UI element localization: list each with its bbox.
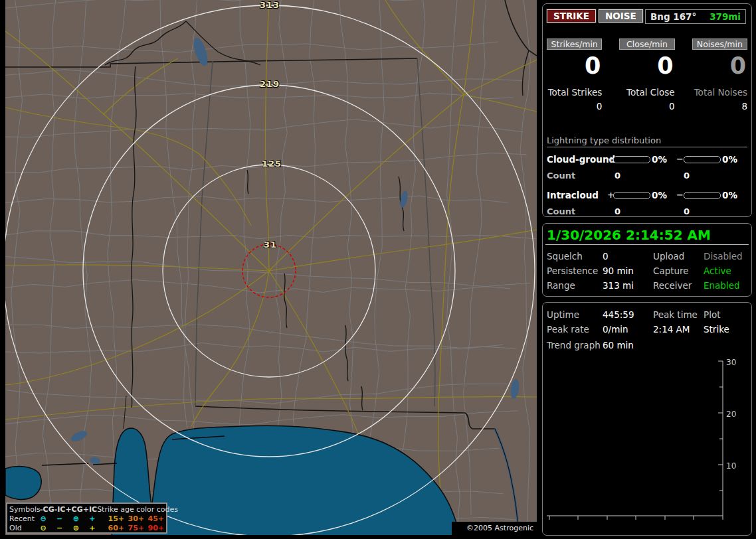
upload-label: Upload bbox=[653, 251, 704, 262]
neg-cg-recent-icon: ⊖ bbox=[35, 514, 52, 523]
age-75: 75+ bbox=[124, 524, 144, 532]
range-value: 313 mi bbox=[603, 280, 653, 291]
trend-graph: 30 20 10 60 50 40 30 20 10 0 min bbox=[543, 360, 751, 535]
upload-status: Disabled bbox=[704, 251, 751, 262]
ic-count-label: Count bbox=[547, 206, 575, 216]
current-datetime: 1/30/2026 2:14:52 AM bbox=[543, 224, 751, 244]
legend-col-pos-ic: +IC bbox=[83, 505, 97, 514]
map-legend: Symbols -CG -IC +CG +IC Strike age color… bbox=[6, 502, 167, 534]
y-tick-20: 20 bbox=[726, 410, 736, 419]
plot-label: Plot bbox=[704, 309, 751, 320]
total-close-value: 0 bbox=[619, 101, 674, 112]
ring-label-219: 219 bbox=[260, 79, 280, 89]
ic-minus-bar bbox=[684, 192, 721, 199]
range-label: Range bbox=[547, 280, 603, 291]
legend-recent-row: Recent ⊖ − ⊕ + 15+ 30+ 45+ bbox=[7, 514, 166, 523]
radar-map: 313 219 125 31 Symbols -CG -IC +CG +IC S… bbox=[5, 0, 537, 535]
trend-graph-label: Trend graph bbox=[547, 340, 603, 350]
peak-rate-value: 0/min bbox=[603, 324, 653, 335]
minus-sign: − bbox=[676, 190, 684, 200]
persistence-value: 90 min bbox=[603, 266, 653, 276]
age-60: 60+ bbox=[104, 524, 124, 532]
ic-minus-pct: 0% bbox=[722, 190, 737, 200]
squelch-value: 0 bbox=[603, 251, 653, 262]
legend-age-title: Strike age color codes bbox=[97, 505, 178, 514]
total-close-label: Total Close bbox=[619, 87, 674, 98]
noise-mode-button[interactable]: NOISE bbox=[599, 9, 643, 23]
distribution-rule bbox=[547, 147, 747, 147]
distribution-title: Lightning type distribution bbox=[547, 134, 747, 145]
pos-cg-old-icon: ⊕ bbox=[68, 524, 84, 532]
cg-plus-bar bbox=[613, 156, 650, 163]
peak-rate-label: Peak rate bbox=[547, 324, 603, 335]
pos-ic-old-icon: + bbox=[84, 524, 101, 532]
age-45: 45+ bbox=[144, 514, 164, 523]
close-column: Close/min 0 Total Close 0 bbox=[619, 38, 674, 112]
noises-per-min-label: Noises/min bbox=[692, 38, 747, 50]
peak-time-label: Peak time bbox=[653, 309, 704, 320]
persistence-label: Persistence bbox=[547, 266, 603, 276]
pos-cg-recent-icon: ⊕ bbox=[68, 514, 84, 523]
total-noises-label: Total Noises bbox=[692, 87, 747, 98]
legend-old-label: Old bbox=[9, 524, 35, 532]
total-strikes-label: Total Strikes bbox=[547, 87, 602, 98]
intracloud-label: Intracloud bbox=[547, 190, 599, 200]
uptime-label: Uptime bbox=[547, 309, 603, 320]
legend-symbols-title: Symbols bbox=[9, 505, 40, 514]
cloud-ground-label: Cloud-ground bbox=[547, 154, 615, 165]
legend-col-neg-ic: -IC bbox=[54, 505, 66, 514]
close-per-min-label: Close/min bbox=[619, 38, 674, 50]
y-tick-10: 10 bbox=[726, 461, 736, 471]
neg-ic-recent-icon: − bbox=[51, 514, 68, 523]
receiver-status: Enabled bbox=[704, 280, 751, 291]
cg-plus-pct: 0% bbox=[652, 154, 667, 165]
age-15: 15+ bbox=[104, 514, 124, 523]
plot-value: Strike bbox=[704, 324, 751, 335]
strike-mode-button[interactable]: STRIKE bbox=[547, 9, 596, 23]
strikes-per-min-value: 0 bbox=[547, 52, 602, 79]
legend-col-pos-cg: +CG bbox=[65, 505, 82, 514]
bearing-distance: 379mi bbox=[709, 11, 741, 22]
ring-label-313: 313 bbox=[260, 0, 280, 10]
strikes-per-min-label: Strikes/min bbox=[547, 38, 602, 50]
legend-col-neg-cg: -CG bbox=[40, 505, 54, 514]
minus-sign: − bbox=[676, 154, 684, 164]
cg-count-label: Count bbox=[547, 171, 575, 181]
ring-label-31: 31 bbox=[264, 240, 277, 250]
ic-plus-bar bbox=[613, 192, 650, 199]
total-strikes-value: 0 bbox=[547, 101, 602, 112]
squelch-label: Squelch bbox=[547, 251, 603, 262]
legend-recent-label: Recent bbox=[9, 514, 35, 523]
legend-old-ages: 60+ 75+ 90+ bbox=[100, 524, 164, 532]
cg-minus-bar bbox=[684, 156, 721, 163]
session-panel: Uptime 445:59 Peak time Plot Peak rate 0… bbox=[542, 302, 752, 536]
ic-minus-count: 0 bbox=[684, 206, 690, 216]
uptime-value: 445:59 bbox=[603, 309, 653, 320]
cg-plus-count: 0 bbox=[614, 171, 620, 181]
status-panel: 1/30/2026 2:14:52 AM Squelch 0 Upload Di… bbox=[542, 223, 752, 297]
legend-old-row: Old ⊖ − ⊕ + 60+ 75+ 90+ bbox=[7, 523, 166, 532]
neg-ic-old-icon: − bbox=[51, 524, 68, 532]
close-per-min-value: 0 bbox=[619, 52, 674, 79]
noises-per-min-value: 0 bbox=[692, 52, 747, 79]
legend-recent-ages: 15+ 30+ 45+ bbox=[100, 514, 164, 523]
trend-graph-value: 60 min bbox=[603, 340, 653, 350]
cg-minus-pct: 0% bbox=[722, 154, 737, 165]
ic-plus-pct: 0% bbox=[652, 190, 667, 200]
intracloud-count-row: Count 0 0 bbox=[543, 206, 751, 216]
cg-minus-count: 0 bbox=[684, 171, 690, 181]
copyright-notice: ©2005 Astrogenic Systems bbox=[452, 522, 537, 535]
total-noises-value: 8 bbox=[692, 101, 747, 112]
ring-label-125: 125 bbox=[262, 159, 282, 169]
age-90: 90+ bbox=[144, 524, 164, 532]
age-30: 30+ bbox=[124, 514, 144, 523]
cloud-ground-row: Cloud-ground + 0% − 0% bbox=[543, 154, 751, 165]
ic-plus-count: 0 bbox=[614, 206, 620, 216]
cloud-ground-count-row: Count 0 0 bbox=[543, 171, 751, 181]
bearing-label: Bng 167° bbox=[650, 11, 696, 22]
pos-ic-recent-icon: + bbox=[84, 514, 101, 523]
strike-stats-panel: STRIKE NOISE Bng 167° 379mi Strikes/min … bbox=[542, 3, 752, 217]
y-tick-30: 30 bbox=[726, 358, 736, 367]
intracloud-row: Intracloud + 0% − 0% bbox=[543, 190, 751, 200]
neg-cg-old-icon: ⊖ bbox=[35, 524, 52, 532]
